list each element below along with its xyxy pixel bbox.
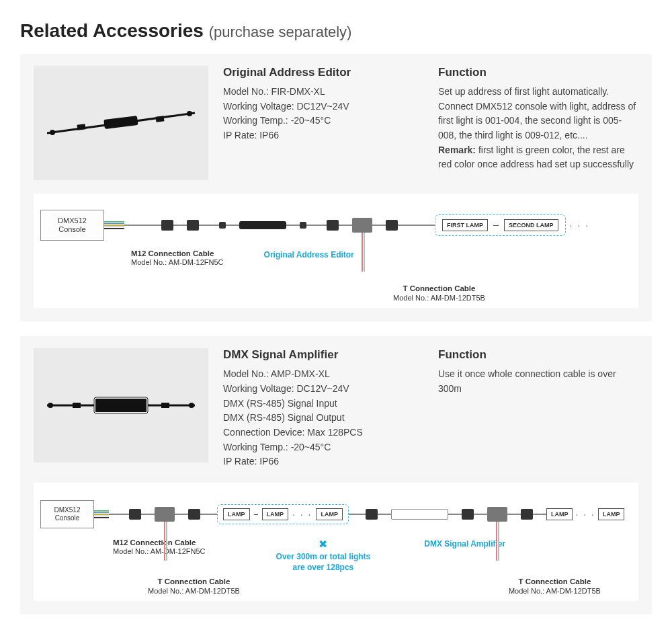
svg-rect-5 (156, 116, 165, 122)
svg-rect-12 (161, 403, 169, 408)
accessory-panel-amplifier: DMX Signal Amplifier Model No.: AMP-DMX-… (20, 336, 652, 614)
connector-icon (188, 509, 200, 520)
m12-model: Model No.: AM-DM-12FN5C (131, 258, 224, 268)
m12-title: M12 Connection Cable (131, 249, 224, 258)
amplifier-label: DMX Signal Amplifier (424, 539, 505, 549)
spec-line: Working Temp.: -20~45°C (223, 440, 423, 455)
spec-line: Model No.: AMP-DMX-XL (223, 367, 423, 382)
ellipsis: · · · (570, 220, 589, 231)
note-line-1: Over 300m or total lights (276, 552, 371, 563)
product-image-address-editor (34, 66, 208, 180)
m12-cable-label: M12 Connection Cable Model No.: AM-DM-12… (131, 249, 224, 268)
spec-column: Original Address Editor Model No.: FIR-D… (223, 66, 423, 180)
svg-rect-4 (77, 124, 86, 130)
lamp-box: LAMP (316, 508, 343, 520)
t-connector-icon (487, 507, 507, 522)
t-cable-title: T Connection Cable (148, 577, 240, 586)
t-cable-label-1: T Connection Cable Model No.: AM-DM-12DT… (148, 577, 240, 596)
spec-line: DMX (RS-485) Signal Output (223, 411, 423, 426)
spec-column: DMX Signal Amplifier Model No.: AMP-DMX-… (223, 348, 423, 469)
connector-icon (386, 220, 398, 231)
t-cable-title: T Connection Cable (509, 577, 601, 586)
lamp-box: LAMP (598, 508, 625, 520)
note-line-2: are over 128pcs (276, 563, 371, 573)
function-title: Function (438, 348, 638, 362)
address-editor-device-icon (239, 221, 286, 229)
m12-model: Model No.: AM-DM-12FN5C (113, 547, 206, 557)
svg-point-2 (50, 130, 55, 135)
svg-rect-11 (73, 403, 81, 408)
wiring-diagram-1: DMX512 Console (34, 194, 638, 308)
svg-rect-1 (103, 116, 138, 129)
lamp-group: FIRST LAMP SECOND LAMP (435, 214, 566, 236)
t-cable-model: Model No.: AM-DM-12DT5B (393, 294, 485, 303)
first-lamp-box: FIRST LAMP (442, 219, 488, 231)
section-heading: Related Accessories (purchase separately… (20, 20, 652, 42)
t-cable-label: T Connection Cable Model No.: AM-DM-12DT… (393, 284, 485, 303)
heading-sub: (purchase separately) (209, 24, 352, 40)
function-body: Use it once whole connection cable is ov… (438, 367, 638, 396)
m12-title: M12 Connection Cable (113, 538, 206, 547)
connector-icon (219, 222, 226, 229)
svg-point-9 (48, 403, 53, 408)
connector-icon (366, 509, 378, 520)
connector-icon (187, 220, 199, 231)
function-column: Function Use it once whole connection ca… (438, 348, 638, 469)
connector-icon (521, 509, 533, 520)
connector-icon (462, 509, 474, 520)
function-body: Set up address of first light automatica… (438, 85, 638, 172)
m12-cable-label: M12 Connection Cable Model No.: AM-DM-12… (113, 538, 206, 557)
spec-line: Working Temp.: -20~45°C (223, 114, 423, 128)
t-connector-icon (155, 507, 175, 522)
wiring-diagram-2: DMX512 Console LAMP LAMP · · · (34, 483, 638, 601)
lamp-group-1: LAMP LAMP · · · LAMP (217, 504, 349, 524)
spec-line: Working Voltage: DC12V~24V (223, 382, 423, 397)
spec-line: Model No.: FIR-DMX-XL (223, 85, 423, 99)
connector-icon (161, 220, 173, 231)
lamp-box: LAMP (223, 508, 250, 520)
multi-wire-icon (104, 221, 124, 230)
function-column: Function Set up address of first light a… (438, 66, 638, 180)
editor-label: Original Address Editor (264, 250, 354, 268)
lamp-box: LAMP (546, 508, 573, 520)
t-cable-model: Model No.: AM-DM-12DT5B (148, 587, 240, 596)
remark-label: Remark: (438, 145, 476, 155)
t-cable-label-2: T Connection Cable Model No.: AM-DM-12DT… (509, 577, 601, 596)
console-box: DMX512 Console (40, 500, 94, 528)
t-cable-model: Model No.: AM-DM-12DT5B (509, 587, 601, 596)
function-title: Function (438, 66, 638, 79)
product-image-amplifier (34, 348, 208, 462)
lamp-box: LAMP (262, 508, 289, 520)
function-body-text: Set up address of first light automatica… (438, 86, 636, 140)
heading-main: Related Accessories (20, 20, 204, 41)
t-cable-title: T Connection Cable (393, 284, 485, 293)
second-lamp-box: SECOND LAMP (504, 219, 558, 231)
ellipsis: · · · (292, 509, 312, 520)
connector-icon (327, 220, 339, 231)
connector-icon (129, 509, 141, 520)
accessory-panel-address-editor: Original Address Editor Model No.: FIR-D… (20, 54, 652, 321)
product-title: Original Address Editor (223, 66, 423, 79)
tools-icon: ✖ (276, 538, 371, 551)
connector-icon (300, 222, 306, 229)
spec-line: IP Rate: IP66 (223, 454, 423, 469)
ellipsis: · · · (575, 509, 595, 520)
svg-rect-8 (95, 399, 146, 412)
multi-wire-icon (94, 510, 109, 519)
over-300m-note: ✖ Over 300m or total lights are over 128… (276, 538, 371, 573)
amplifier-device-icon (391, 509, 448, 520)
spec-line: Working Voltage: DC12V~24V (223, 99, 423, 114)
svg-point-3 (187, 111, 192, 116)
t-connector-icon (352, 218, 372, 233)
console-box: DMX512 Console (40, 210, 104, 241)
product-title: DMX Signal Amplifier (223, 348, 423, 362)
spec-line: DMX (RS-485) Signal Input (223, 397, 423, 411)
svg-point-10 (189, 403, 194, 408)
spec-line: Connection Device: Max 128PCS (223, 426, 423, 440)
spec-line: IP Rate: IP66 (223, 128, 423, 143)
